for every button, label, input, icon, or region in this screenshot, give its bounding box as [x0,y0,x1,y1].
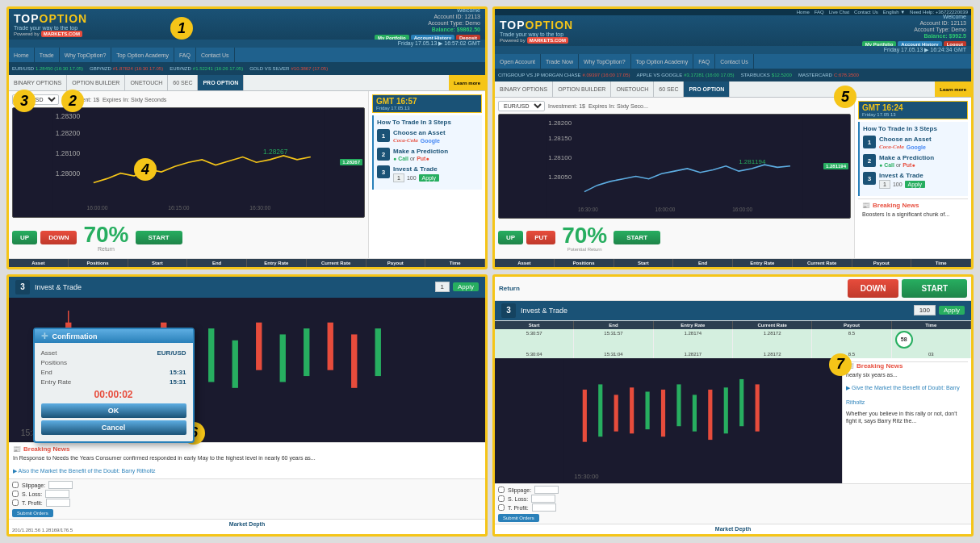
th-time-q2: Time [911,259,971,267]
nav-contact-q1[interactable]: Contact Us [196,48,235,62]
submit-orders-btn-q4[interactable]: Submit Orders [498,514,539,522]
tab-builder-q2[interactable]: OPTION BUILDER [553,81,611,97]
dialog-timer-q3: 00:00:02 [41,389,186,400]
apply-btn-q1[interactable]: Apply [419,174,440,182]
nav-trade-q1[interactable]: Trade [35,48,60,62]
nav-home-q1[interactable]: Home [9,48,35,62]
md-values-q3: 201/1.281.56 1.28169/176.5 [12,528,482,533]
tp-row-q3: T. Profit: [12,499,482,507]
down-btn-q4[interactable]: DOWN [848,279,899,298]
tab-binary-q1[interactable]: BINARY OPTIONS [9,75,67,90]
up-btn-q2[interactable]: UP [498,231,523,244]
tab-onetouch-q1[interactable]: ONETOUCH [125,75,168,90]
header-q1: TOPOPTION Trade your way to the top Powe… [9,9,485,40]
th-currentrate-q2: Current Rate [793,259,852,267]
bn-link-q3[interactable]: ▶ Also the Market the Benefit of the Dou… [13,468,156,474]
slippage-input-q3[interactable] [48,481,73,489]
sl-checkbox-q4[interactable] [498,495,505,502]
ticker-apple-q2: APPLE VS GOOGLE#3.17281 (16:00 17.05) [637,73,735,77]
nav-contact-q2[interactable]: Contact Us [715,54,754,69]
right-panel-q1: GMT 16:57 Friday 17.05.13 How To Trade I… [368,91,485,258]
nav-why-q1[interactable]: Why TopOption? [60,48,112,62]
td-time-2-q4: 03 [892,350,971,358]
nav-academy-q1[interactable]: Top Option Academy [111,48,174,62]
svg-text:1.28000: 1.28000 [56,169,81,178]
slippage-input-q4[interactable] [534,486,559,494]
ok-btn-q3[interactable]: OK [41,403,186,418]
step2-options-q2: ● Call or Put● [879,162,934,168]
bn-header-q2: 📰 Breaking News [862,202,964,209]
confirmation-dialog-q3: ✛ Confirmation Asset EUR/USD Positions E… [33,328,195,443]
nav-academy-q2[interactable]: Top Option Academy [631,54,694,69]
learn-more-q1[interactable]: Learn more [449,75,485,90]
tp-checkbox-q4[interactable] [498,504,505,511]
nav-tradenow-q2[interactable]: Trade Now [541,54,579,69]
start-btn-q2[interactable]: START [614,231,660,244]
account-type-q2: Account Type: Demo [914,27,966,32]
invest-box-q1: 1 [393,173,404,182]
put-btn-q2[interactable]: PUT [526,231,555,244]
link-livechat-q2[interactable]: Live Chat [829,10,849,15]
ticker-eurnzd-q1: EUR/NZD#1.52241 (16:26 17.05) [170,66,243,71]
gmt-time-q2: GMT 16:24 [862,103,964,112]
hundred-label-q1: 100 [407,175,417,181]
step3-banner-q3: 3 Invest & Trade 1 Apply [9,277,485,298]
down-btn-q1[interactable]: DOWN [40,231,77,244]
logo-area-q1: TOPOPTION Trade your way to the top Powe… [14,12,87,37]
bn-header-q4: 📰 Breaking News [846,362,968,370]
invest-box-q2: 1 [879,180,890,189]
tab-60sec-q1[interactable]: 60 SEC [168,75,198,90]
sl-input-q4[interactable] [531,495,555,503]
start-btn-q1[interactable]: START [136,231,182,244]
learn-more-q2[interactable]: Learn more [935,81,971,97]
powered-by-q2: Powered by MARKETS.COM [500,37,573,44]
return-section-q4: Return DOWN START [495,277,971,301]
nav-faq-q2[interactable]: FAQ [693,54,715,69]
step3-title-q1: Invest & Trade [393,165,439,173]
trade-buttons-q1: UP DOWN 70% Return START [12,220,365,255]
submit-orders-btn-q3[interactable]: Submit Orders [12,509,53,517]
sl-checkbox-q3[interactable] [12,491,19,497]
nav-openaccount-q2[interactable]: Open Account [495,54,541,69]
tab-60sec-q2[interactable]: 60 SEC [654,81,684,97]
link-faq-q2[interactable]: FAQ [815,10,824,15]
tab-onetouch-q2[interactable]: ONETOUCH [611,81,654,97]
td-start-2-q4: 5:30:04 [495,350,574,358]
ticker-gbpnzd-q1: GBP/NZD#1.87824 (16:30 17.05) [90,66,163,71]
apply-btn-q2[interactable]: Apply [905,181,926,188]
sl-input-q3[interactable] [45,490,69,498]
start-btn-q4[interactable]: START [902,279,967,298]
tp-checkbox-q3[interactable] [12,499,19,506]
step2-options-q1: ● Call or Put● [393,156,448,161]
slippage-checkbox-q4[interactable] [498,487,505,493]
nav-faq-q1[interactable]: FAQ [174,48,196,62]
td-payout-2-q4: 8.5 [812,350,891,358]
tp-input-q3[interactable] [46,499,70,507]
badge-7: 7 [829,353,852,376]
nav-why-q2[interactable]: Why TopOption? [579,54,631,69]
cancel-btn-q3[interactable]: Cancel [41,420,186,435]
bn-link1-q4[interactable]: ▶ Give the Market the Benefit of Doubt: … [846,385,960,405]
sl-label-q3: S. Loss: [22,491,42,497]
link-home-q2[interactable]: Home [797,10,810,15]
td-current-1-q4: 1.28172 [733,329,812,350]
step1-content-q1: Choose an Asset Coca-Cola Google [393,129,446,144]
tab-prooption-q2[interactable]: PRO OPTION [684,81,730,97]
table-header-q1: Asset Positions Start End Entry Rate Cur… [9,259,485,267]
apply-btn-q3[interactable]: Apply [453,282,479,291]
tab-binary-q2[interactable]: BINARY OPTIONS [495,81,553,97]
bn-text-q2: Boosters Is a significant chunk of... [862,211,964,218]
return-label-q2: Potential Return [562,247,607,252]
step3-num-q3: 3 [15,280,30,294]
step2-content-q2: Make a Prediction ● Call or Put● [879,154,934,168]
asset-select-q2[interactable]: EUR/USD [498,101,545,111]
badge-4: 4 [134,158,157,181]
svg-text:1.28267: 1.28267 [263,148,288,156]
tab-prooption-q1[interactable]: PRO OPTION [198,75,244,90]
slippage-checkbox-q3[interactable] [12,482,19,488]
up-btn-q1[interactable]: UP [12,231,37,244]
tab-builder-q1[interactable]: OPTION BUILDER [67,75,125,90]
apply-btn-q4[interactable]: Apply [939,306,965,315]
tp-input-q4[interactable] [532,503,556,512]
google-icon-q1: Google [421,138,440,144]
